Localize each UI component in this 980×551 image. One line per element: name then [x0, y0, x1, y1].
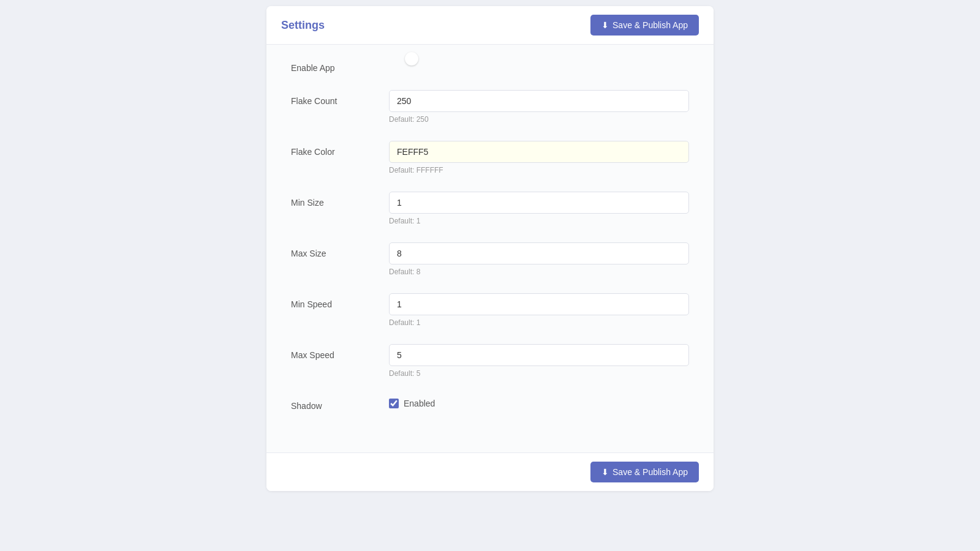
max-speed-input[interactable]: [389, 344, 689, 366]
settings-header: Settings ⬇ Save & Publish App: [266, 6, 714, 45]
max-size-input[interactable]: [389, 242, 689, 264]
flake-count-default: Default: 250: [389, 115, 689, 124]
flake-count-label: Flake Count: [291, 90, 389, 106]
max-size-row: Max Size Default: 8: [291, 242, 689, 276]
shadow-checkbox[interactable]: [389, 399, 399, 408]
max-speed-default: Default: 5: [389, 369, 689, 378]
min-speed-default: Default: 1: [389, 318, 689, 327]
max-speed-control: Default: 5: [389, 344, 689, 378]
flake-color-default: Default: FFFFFF: [389, 166, 689, 174]
max-size-label: Max Size: [291, 242, 389, 258]
flake-count-control: Default: 250: [389, 90, 689, 124]
enable-app-control: [389, 57, 689, 68]
save-publish-button-bottom[interactable]: ⬇ Save & Publish App: [590, 462, 699, 482]
min-size-default: Default: 1: [389, 217, 689, 225]
min-speed-input[interactable]: [389, 293, 689, 315]
save-publish-button-top[interactable]: ⬇ Save & Publish App: [590, 15, 699, 36]
main-container: Settings ⬇ Save & Publish App Enable App: [266, 6, 714, 491]
shadow-checkbox-label: Enabled: [404, 399, 435, 408]
max-size-default: Default: 8: [389, 268, 689, 276]
max-size-control: Default: 8: [389, 242, 689, 276]
save-publish-label-top: Save & Publish App: [612, 20, 688, 30]
min-size-row: Min Size Default: 1: [291, 192, 689, 225]
download-icon-top: ⬇: [601, 20, 609, 30]
min-speed-label: Min Speed: [291, 293, 389, 309]
flake-color-control: Default: FFFFFF: [389, 141, 689, 174]
shadow-control: Enabled: [389, 395, 689, 408]
min-speed-control: Default: 1: [389, 293, 689, 327]
download-icon-bottom: ⬇: [601, 467, 609, 477]
enable-app-label: Enable App: [291, 57, 389, 73]
settings-footer: ⬇ Save & Publish App: [266, 452, 714, 491]
flake-color-input[interactable]: [389, 141, 689, 163]
min-size-control: Default: 1: [389, 192, 689, 225]
page-title: Settings: [281, 19, 325, 32]
shadow-row: Shadow Enabled: [291, 395, 689, 411]
flake-count-input[interactable]: [389, 90, 689, 112]
save-publish-label-bottom: Save & Publish App: [612, 467, 688, 477]
min-size-label: Min Size: [291, 192, 389, 208]
flake-count-row: Flake Count Default: 250: [291, 90, 689, 124]
settings-content: Enable App Flake Count Default: 250: [266, 45, 714, 452]
max-speed-row: Max Speed Default: 5: [291, 344, 689, 378]
shadow-checkbox-row: Enabled: [389, 399, 689, 408]
enable-app-row: Enable App: [291, 57, 689, 73]
flake-color-label: Flake Color: [291, 141, 389, 157]
min-speed-row: Min Speed Default: 1: [291, 293, 689, 327]
shadow-label: Shadow: [291, 395, 389, 411]
min-size-input[interactable]: [389, 192, 689, 214]
page-wrapper: Settings ⬇ Save & Publish App Enable App: [0, 0, 980, 551]
max-speed-label: Max Speed: [291, 344, 389, 360]
flake-color-row: Flake Color Default: FFFFFF: [291, 141, 689, 174]
